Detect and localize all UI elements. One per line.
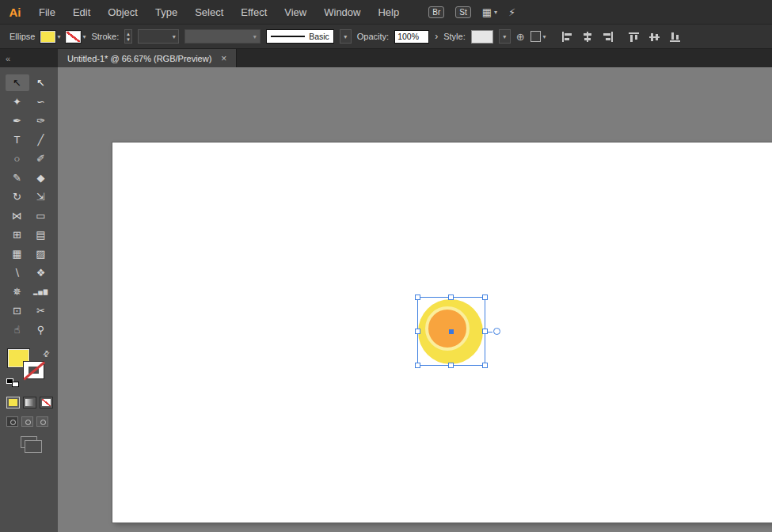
menu-item-object[interactable]: Object bbox=[99, 0, 146, 24]
menu-item-select[interactable]: Select bbox=[186, 0, 232, 24]
menu-item-view[interactable]: View bbox=[276, 0, 315, 24]
selection-handle-s[interactable] bbox=[448, 363, 454, 368]
stroke-weight-stepper[interactable]: ▴ ▾ bbox=[124, 29, 132, 44]
type-tool[interactable]: T bbox=[6, 131, 29, 148]
selection-handle-w[interactable] bbox=[415, 329, 420, 334]
stroke-weight-dropdown[interactable]: ▾ bbox=[138, 29, 179, 44]
selection-handle-nw[interactable] bbox=[415, 294, 420, 300]
selection-tool[interactable]: ↖ bbox=[6, 74, 29, 91]
symbol-sprayer-tool[interactable]: ✵ bbox=[6, 283, 29, 300]
menu-list: FileEditObjectTypeSelectEffectViewWindow… bbox=[30, 0, 408, 24]
opacity-submenu-arrow-icon[interactable]: › bbox=[435, 31, 438, 42]
globe-icon[interactable]: ⊕ bbox=[516, 31, 525, 43]
bridge-button[interactable]: Br bbox=[428, 6, 444, 18]
live-shape-rotate-widget[interactable] bbox=[493, 328, 500, 335]
pen-tool[interactable]: ✒ bbox=[6, 112, 29, 129]
selection-handle-sw[interactable] bbox=[415, 363, 420, 368]
brush-definition-dropdown[interactable]: Basic bbox=[266, 29, 334, 44]
menu-item-help[interactable]: Help bbox=[369, 0, 408, 24]
column-graph-tool[interactable]: ▂▅▇ bbox=[29, 283, 53, 300]
opacity-label: Opacity: bbox=[357, 32, 389, 41]
stock-button[interactable]: St bbox=[455, 6, 470, 18]
rotate-tool[interactable]: ↻ bbox=[6, 188, 29, 205]
default-fill-stroke-icon[interactable] bbox=[6, 378, 19, 387]
selection-bounding-box[interactable] bbox=[417, 297, 485, 366]
perspective-grid-tool[interactable]: ▤ bbox=[29, 226, 53, 243]
gradient-mode-button[interactable] bbox=[23, 397, 36, 408]
stroke-color-button[interactable]: ▾ bbox=[66, 31, 86, 43]
collapse-panel-icon[interactable]: « bbox=[6, 54, 10, 63]
lasso-tool[interactable]: ∽ bbox=[29, 93, 53, 110]
magic-wand-tool[interactable]: ✦ bbox=[6, 93, 29, 110]
paintbrush-tool[interactable]: ✐ bbox=[29, 150, 53, 167]
drawing-mode-buttons bbox=[6, 416, 58, 427]
eraser-tool[interactable]: ◆ bbox=[29, 169, 53, 186]
tool-icon: ☝ bbox=[14, 324, 21, 336]
document-tab-bar: Untitled-1* @ 66.67% (RGB/Preview) × bbox=[58, 49, 772, 67]
tool-icon: ↖ bbox=[36, 77, 45, 89]
draw-inside-button[interactable] bbox=[36, 416, 48, 427]
blend-tool[interactable]: ❖ bbox=[29, 264, 53, 281]
color-mode-button[interactable] bbox=[6, 397, 20, 408]
eyedropper-tool[interactable]: ∖ bbox=[6, 264, 29, 281]
change-screen-mode-button[interactable] bbox=[21, 436, 37, 448]
document-tab[interactable]: Untitled-1* @ 66.67% (RGB/Preview) × bbox=[58, 49, 237, 67]
control-bar: Ellipse ▾ ▾ Stroke: ▴ ▾ ▾ ▾ Basic ▾ Opac… bbox=[0, 24, 772, 49]
shape-builder-tool[interactable]: ⊞ bbox=[6, 226, 29, 243]
gradient-tool[interactable]: ▨ bbox=[29, 245, 53, 262]
slice-tool[interactable]: ✂ bbox=[29, 302, 53, 319]
scale-tool[interactable]: ⇲ bbox=[29, 188, 53, 205]
selection-handle-n[interactable] bbox=[448, 294, 454, 300]
zoom-tool[interactable]: ⚲ bbox=[29, 321, 53, 338]
menu-item-type[interactable]: Type bbox=[146, 0, 186, 24]
selection-handle-ne[interactable] bbox=[482, 294, 488, 300]
stepper-down-icon[interactable]: ▾ bbox=[127, 36, 130, 42]
arrange-documents-icon: ▦ bbox=[482, 6, 492, 18]
direct-selection-tool[interactable]: ↖ bbox=[29, 74, 53, 91]
stroke-none-swatch bbox=[66, 31, 81, 43]
curvature-tool[interactable]: ✑ bbox=[29, 112, 53, 129]
line-segment-tool[interactable]: ╱ bbox=[29, 131, 53, 148]
brush-dropdown-button[interactable]: ▾ bbox=[340, 29, 352, 44]
ellipse-tool[interactable]: ○ bbox=[6, 150, 29, 167]
opacity-input[interactable]: 100% bbox=[394, 30, 429, 44]
style-dropdown[interactable] bbox=[471, 30, 493, 44]
vertical-align-center-button[interactable] bbox=[649, 32, 660, 42]
pencil-tool[interactable]: ✎ bbox=[6, 169, 29, 186]
tool-icon: ↖ bbox=[13, 77, 21, 89]
canvas[interactable] bbox=[58, 67, 772, 532]
menu-item-edit[interactable]: Edit bbox=[64, 0, 99, 24]
artboard-tool[interactable]: ⊡ bbox=[6, 302, 29, 319]
horizontal-align-right-button[interactable] bbox=[603, 32, 614, 42]
stroke-proxy-swatch[interactable] bbox=[23, 361, 44, 379]
width-tool[interactable]: ⋈ bbox=[6, 207, 29, 224]
menu-item-file[interactable]: File bbox=[30, 0, 64, 24]
stepper-up-icon[interactable]: ▴ bbox=[127, 31, 130, 36]
arrange-documents-button[interactable]: ▦ ▾ bbox=[482, 6, 497, 18]
illustrator-window: Ai FileEditObjectTypeSelectEffectViewWin… bbox=[0, 0, 772, 532]
hand-tool[interactable]: ☝ bbox=[6, 321, 29, 338]
app-logo[interactable]: Ai bbox=[0, 0, 30, 24]
close-tab-icon[interactable]: × bbox=[221, 53, 226, 64]
none-mode-button[interactable] bbox=[40, 397, 53, 408]
draw-behind-button[interactable] bbox=[21, 416, 33, 427]
swap-fill-stroke-icon[interactable]: ⇄ bbox=[40, 348, 51, 359]
tool-icon: ✐ bbox=[36, 153, 45, 165]
vertical-align-top-button[interactable] bbox=[629, 32, 640, 42]
style-dropdown-button[interactable]: ▾ bbox=[499, 29, 511, 44]
menu-item-window[interactable]: Window bbox=[315, 0, 369, 24]
horizontal-align-left-button[interactable] bbox=[561, 32, 572, 42]
tool-icon: ✎ bbox=[13, 172, 21, 184]
draw-normal-button[interactable] bbox=[6, 416, 18, 427]
variable-width-profile-dropdown[interactable]: ▾ bbox=[184, 29, 261, 44]
horizontal-align-center-button[interactable] bbox=[582, 32, 593, 42]
gpu-performance-icon[interactable]: ⚡ bbox=[508, 6, 515, 18]
vertical-align-bottom-button[interactable] bbox=[670, 32, 681, 42]
mesh-tool[interactable]: ▦ bbox=[6, 245, 29, 262]
fill-color-button[interactable]: ▾ bbox=[40, 31, 60, 43]
free-transform-tool[interactable]: ▭ bbox=[29, 207, 53, 224]
menu-item-effect[interactable]: Effect bbox=[232, 0, 276, 24]
shape-center-anchor[interactable] bbox=[449, 329, 454, 334]
document-setup-button[interactable]: ▾ bbox=[531, 31, 546, 42]
selection-handle-se[interactable] bbox=[482, 363, 488, 368]
